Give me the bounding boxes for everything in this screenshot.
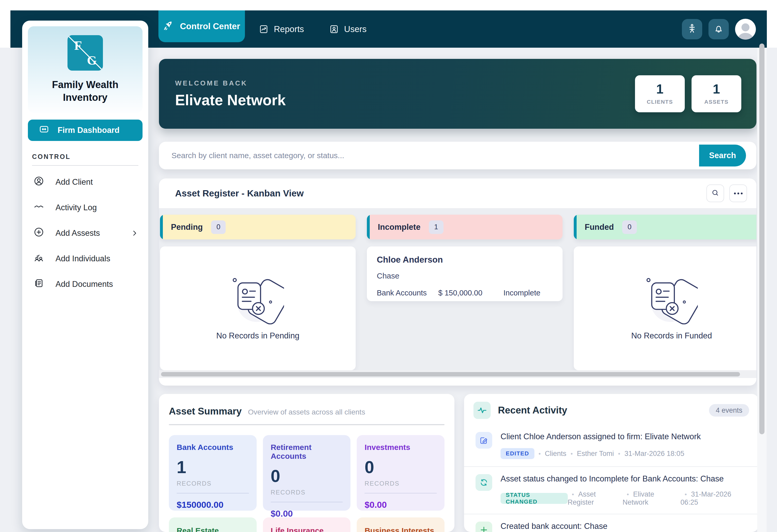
asset-summary-title: Asset Summary <box>169 406 242 417</box>
records-label: RECORDS <box>364 480 437 487</box>
summary-card-life-insurance: Life Insurance <box>263 517 351 532</box>
sidebar-divider <box>32 165 138 166</box>
sidebar-item-activity-log[interactable]: Activity Log <box>28 195 142 220</box>
page-scrollbar-thumb[interactable] <box>759 43 765 434</box>
activity-badge: STATUS CHANGED <box>501 493 568 504</box>
empty-state-pending: No Records in Pending <box>160 246 356 370</box>
tab-reports-label: Reports <box>274 24 304 34</box>
accessibility-button[interactable] <box>682 19 702 39</box>
register-search-button[interactable] <box>706 185 724 202</box>
logo-letter-f: F <box>74 38 82 52</box>
accessibility-icon <box>687 23 697 35</box>
wallet-icon <box>39 124 49 136</box>
summary-card-retirement-accounts: Retirement Accounts 0 RECORDS $0.00 <box>263 435 351 511</box>
empty-state-funded: No Records in Funded <box>574 246 756 370</box>
tab-control-center-label: Control Center <box>180 21 240 31</box>
activity-meta-actor: Elivate Network <box>623 490 680 507</box>
person-circle-icon <box>34 176 44 188</box>
sidebar-item-add-individuals[interactable]: Add Individuals <box>28 246 142 272</box>
sidebar-item-label: Add Client <box>56 178 93 187</box>
edit-icon <box>475 432 492 449</box>
navbar-controls <box>682 19 756 39</box>
column-name: Funded <box>585 222 614 232</box>
sidebar-menu: Add Client Activity Log Add Assests <box>28 169 142 297</box>
register-more-button[interactable] <box>729 185 747 202</box>
records-label: RECORDS <box>271 489 343 496</box>
sidebar-item-add-client[interactable]: Add Client <box>28 169 142 195</box>
welcome-banner: WELCOME BACK Elivate Network 1 CLIENTS 1… <box>159 59 756 129</box>
sidebar-item-label: Add Individuals <box>56 254 110 263</box>
assets-label: ASSETS <box>704 99 729 105</box>
sidebar-item-label: Add Documents <box>56 280 113 289</box>
summary-card-divider <box>177 493 249 494</box>
asset-register-card: Asset Register - Kanban View <box>159 179 756 386</box>
app-page: Control Center Reports Users <box>0 0 777 532</box>
record-details-row: Bank Accounts $ 150,000.00 Incomplete <box>377 289 553 297</box>
asset-summary-subtitle: Overview of assets across all clients <box>248 408 365 416</box>
welcome-text: WELCOME BACK Elivate Network <box>175 79 286 109</box>
record-amount: $ 150,000.00 <box>438 289 504 297</box>
summary-card-business-interests: Business Interests <box>357 517 445 532</box>
sidebar-item-label: Firm Dashboard <box>58 126 120 135</box>
activity-item-title: Asset status changed to Incomplete for B… <box>501 474 749 484</box>
records-label: RECORDS <box>177 480 249 487</box>
people-check-icon <box>34 252 44 265</box>
column-count-badge: 0 <box>211 220 226 234</box>
summary-card-divider <box>364 493 437 494</box>
asset-record-card[interactable]: Chloe Anderson Chase Bank Accounts $ 150… <box>367 246 563 301</box>
summary-card-divider <box>271 502 343 502</box>
summary-card-title: Business Interests <box>364 526 437 532</box>
summary-card-count: 0 <box>271 467 343 485</box>
assets-count: 1 <box>713 83 720 96</box>
search-input[interactable] <box>159 142 699 169</box>
sidebar: F G Family Wealth Inventory Firm Dashboa… <box>22 21 148 529</box>
search-button[interactable]: Search <box>699 144 746 167</box>
stat-card-clients: 1 CLIENTS <box>635 75 685 112</box>
wave-icon <box>34 201 44 214</box>
recent-activity-card: Recent Activity 4 events Client Chloe An… <box>464 394 759 532</box>
asset-summary-card: Asset Summary Overview of assets across … <box>159 394 454 532</box>
summary-card-title: Retirement Accounts <box>271 443 343 461</box>
column-name: Incomplete <box>378 222 421 232</box>
kanban-scrollbar-thumb[interactable] <box>161 372 740 377</box>
sidebar-section-label: CONTROL <box>32 153 138 161</box>
kanban-column-header: Funded 0 <box>574 215 756 239</box>
activity-meta-timestamp: 31-Mar-2026 06:25 <box>681 490 749 507</box>
empty-text: No Records in Pending <box>216 331 299 340</box>
sidebar-item-add-assets[interactable]: Add Assests <box>28 220 142 246</box>
rocket-icon <box>163 20 174 33</box>
kanban-column-header: Incomplete 1 <box>367 215 563 239</box>
search-icon <box>711 189 719 198</box>
kanban-column-pending: Pending 0 <box>160 215 356 370</box>
tab-control-center[interactable]: Control Center <box>158 10 245 42</box>
welcome-eyebrow: WELCOME BACK <box>175 79 286 87</box>
tab-users[interactable]: Users <box>329 24 367 34</box>
sidebar-item-label: Add Assests <box>56 228 100 238</box>
record-client-name: Chloe Anderson <box>377 255 553 265</box>
tab-reports[interactable]: Reports <box>259 24 304 34</box>
brand-card: F G Family Wealth Inventory <box>28 26 142 113</box>
notifications-button[interactable] <box>708 19 729 39</box>
column-accent-bar <box>367 215 370 239</box>
summary-card-value: $0.00 <box>364 500 437 510</box>
clients-count: 1 <box>656 83 664 96</box>
bell-icon <box>713 23 724 35</box>
summary-card-bank-accounts: Bank Accounts 1 RECORDS $150000.00 <box>169 435 257 511</box>
register-actions <box>706 185 747 202</box>
refresh-icon <box>475 474 492 491</box>
plus-circle-icon <box>34 227 44 239</box>
sidebar-item-add-documents[interactable]: Add Documents <box>28 272 142 297</box>
brand-logo: F G <box>68 35 103 71</box>
empty-records-illustration <box>232 276 284 324</box>
empty-records-illustration <box>646 276 698 324</box>
ellipsis-icon <box>734 193 736 194</box>
logo-letter-g: G <box>87 53 97 68</box>
summary-card-title: Bank Accounts <box>177 443 249 452</box>
app-name: Family Wealth Inventory <box>43 79 127 104</box>
column-accent-bar <box>574 215 577 239</box>
activity-item: Created bank account: Chase CREATED Bank… <box>464 514 759 532</box>
sidebar-item-firm-dashboard[interactable]: Firm Dashboard <box>28 120 142 141</box>
activity-item-title: Client Chloe Anderson assigned to firm: … <box>501 432 701 441</box>
kanban-column-incomplete: Incomplete 1 Chloe Anderson Chase Bank A… <box>367 215 563 370</box>
user-avatar[interactable] <box>735 19 756 39</box>
